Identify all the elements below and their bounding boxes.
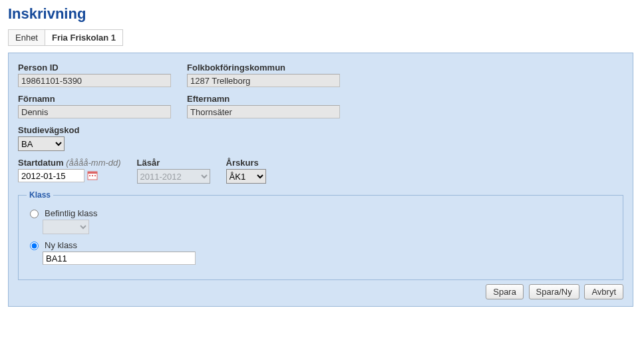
spara-button[interactable]: Spara xyxy=(486,284,524,299)
svg-rect-1 xyxy=(88,172,97,174)
enhet-bar: Enhet Fria Friskolan 1 xyxy=(8,29,123,46)
ny-klass-radio[interactable] xyxy=(30,242,39,250)
studievag-select[interactable]: BA xyxy=(18,136,65,151)
person-id-label: Person ID xyxy=(18,63,171,73)
ny-klass-label: Ny klass xyxy=(45,240,77,250)
svg-rect-2 xyxy=(89,175,90,176)
button-row: Spara Spara/Ny Avbryt xyxy=(18,284,623,299)
arskurs-select[interactable]: ÅK1 xyxy=(226,169,266,184)
kommun-label: Folkbokföringskommun xyxy=(187,63,340,73)
arskurs-label: Årskurs xyxy=(226,158,266,168)
enhet-label: Enhet xyxy=(9,30,45,45)
befintlig-klass-label: Befintlig klass xyxy=(45,208,97,218)
lasar-label: Läsår xyxy=(137,158,210,168)
efternamn-label: Efternamn xyxy=(187,94,340,104)
svg-rect-4 xyxy=(94,175,96,176)
page-title: Inskrivning xyxy=(8,5,636,23)
befintlig-klass-radio[interactable] xyxy=(30,210,39,218)
sparany-button[interactable]: Spara/Ny xyxy=(529,284,579,299)
klass-fieldset: Klass Befintlig klass Ny klass xyxy=(18,190,623,280)
klass-legend: Klass xyxy=(27,190,53,200)
kommun-field xyxy=(187,74,340,87)
startdatum-label: Startdatum (åååå-mm-dd) xyxy=(18,158,121,168)
startdatum-hint: (åååå-mm-dd) xyxy=(66,158,120,168)
fornamn-field xyxy=(18,105,171,118)
form-panel: Person ID Folkbokföringskommun Förnamn E… xyxy=(8,53,633,307)
fornamn-label: Förnamn xyxy=(18,94,171,104)
ny-klass-field[interactable] xyxy=(43,252,196,265)
enhet-value: Fria Friskolan 1 xyxy=(45,30,122,45)
startdatum-field[interactable] xyxy=(18,169,84,182)
efternamn-field xyxy=(187,105,340,118)
lasar-select[interactable]: 2011-2012 xyxy=(137,169,210,184)
calendar-icon[interactable] xyxy=(87,170,98,181)
studievag-label: Studievägskod xyxy=(18,125,79,135)
befintlig-klass-select[interactable] xyxy=(43,220,89,234)
avbryt-button[interactable]: Avbryt xyxy=(584,284,623,299)
svg-rect-3 xyxy=(92,175,93,176)
person-id-field xyxy=(18,74,171,87)
